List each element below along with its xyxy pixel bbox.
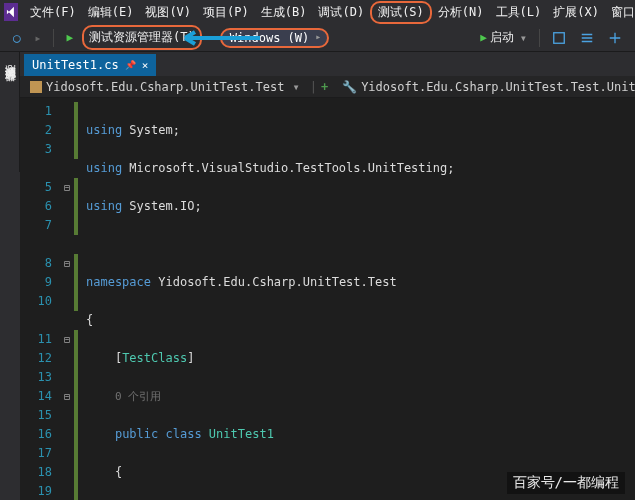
menu-tools[interactable]: 工具(L) (490, 1, 548, 24)
menu-analyze[interactable]: 分析(N) (432, 1, 490, 24)
code-nav-bar: Yidosoft.Edu.Csharp.UnitTest.Test▾ | + 🔧… (0, 76, 635, 98)
fold-toggle[interactable]: ⊟ (60, 254, 74, 273)
toolbar-icon-2[interactable] (575, 29, 599, 47)
menu-test[interactable]: 测试(S) (370, 1, 432, 24)
nav-fwd-button[interactable]: ▸ (29, 29, 46, 47)
menu-file[interactable]: 文件(F) (24, 1, 82, 24)
line-gutter: 123567891011121314151617181920212223 (20, 98, 60, 500)
start-button[interactable]: ▶启动▾ (475, 27, 532, 48)
separator (53, 29, 54, 47)
svg-rect-0 (554, 32, 565, 43)
nav-back-button[interactable]: ◯ (8, 29, 25, 47)
menu-view[interactable]: 视图(V) (139, 1, 197, 24)
menu-bar: 文件(F) 编辑(E) 视图(V) 项目(P) 生成(B) 调试(D) 测试(S… (0, 0, 635, 24)
separator (539, 29, 540, 47)
document-tab-bar: UnitTest1.cs 📌 × (0, 52, 635, 76)
watermark: 百家号/一都编程 (507, 472, 625, 494)
menu-window[interactable]: 窗口(W) (605, 1, 635, 24)
menu-build[interactable]: 生成(B) (255, 1, 313, 24)
add-icon[interactable]: + (321, 80, 328, 94)
menu-extensions[interactable]: 扩展(X) (547, 1, 605, 24)
menu-edit[interactable]: 编辑(E) (82, 1, 140, 24)
nav-ns-label: Yidosoft.Edu.Csharp.UnitTest.Test (46, 80, 284, 94)
test-explorer-side-tab[interactable]: 测试资源管理器 (0, 52, 20, 172)
code-editor[interactable]: 123567891011121314151617181920212223 ⊟⊟⊟… (20, 98, 635, 500)
pin-icon[interactable]: 📌 (125, 60, 136, 70)
nav-class[interactable]: 🔧Yidosoft.Edu.Csharp.UnitTest.Test.UnitT… (336, 80, 635, 94)
menu-debug[interactable]: 调试(D) (312, 1, 370, 24)
tab-unittest1[interactable]: UnitTest1.cs 📌 × (24, 54, 156, 76)
close-icon[interactable]: × (142, 59, 149, 72)
start-label: 启动 (490, 29, 514, 46)
toolbar: ◯ ▸ ▶ 测试资源管理器(T) Windows (W) ▶启动▾ (0, 24, 635, 52)
tab-label: UnitTest1.cs (32, 58, 119, 72)
menu-project[interactable]: 项目(P) (197, 1, 255, 24)
toolbar-icon-1[interactable] (547, 29, 571, 47)
vs-logo-icon (4, 3, 18, 21)
run-icon[interactable]: ▶ (61, 29, 78, 46)
class-icon: 🔧 (342, 80, 357, 94)
fold-toggle[interactable]: ⊟ (60, 330, 74, 349)
nav-separator: | (310, 80, 317, 94)
fold-gutter: ⊟⊟⊟⊟⊟ (60, 98, 74, 500)
code-content[interactable]: using System; using Microsoft.VisualStud… (78, 98, 635, 500)
nav-namespace[interactable]: Yidosoft.Edu.Csharp.UnitTest.Test▾ (24, 80, 306, 94)
fold-toggle[interactable]: ⊟ (60, 387, 74, 406)
annotation-arrow-icon (180, 28, 270, 48)
toolbar-icon-3[interactable] (603, 29, 627, 47)
fold-toggle[interactable]: ⊟ (60, 178, 74, 197)
namespace-icon (30, 81, 42, 93)
nav-cls-label: Yidosoft.Edu.Csharp.UnitTest.Test.UnitTe… (361, 80, 635, 94)
